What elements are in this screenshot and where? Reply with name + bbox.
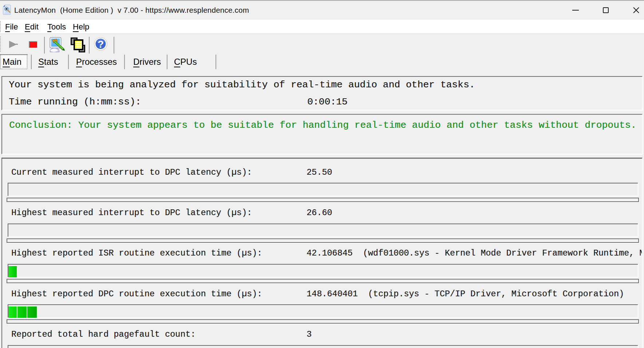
svg-text:?: ? (98, 39, 104, 50)
